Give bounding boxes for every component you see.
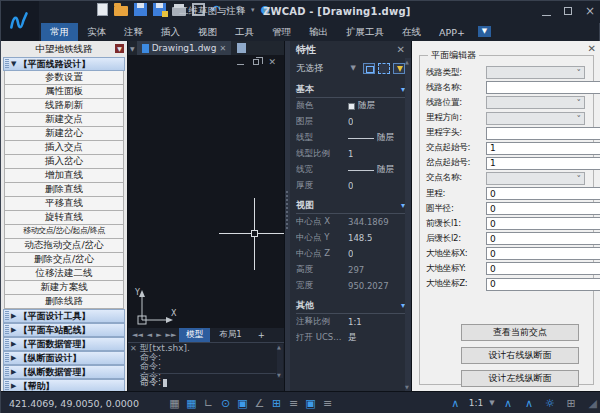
- command-window[interactable]: ✕ 型[txt.shx]. 命令: 命令: 命令: 命令:: [128, 342, 284, 391]
- group-profile-design[interactable]: ▶【纵断面设计】: [3, 351, 125, 365]
- tab-annotate[interactable]: 注释: [115, 23, 152, 41]
- dynamic-input-icon[interactable]: ⊞: [269, 396, 284, 411]
- auto-annotate-icon[interactable]: ∧: [522, 396, 537, 411]
- section-basic[interactable]: 基本▾: [296, 82, 405, 98]
- selection-dropdown-icon[interactable]: ▼: [351, 64, 356, 72]
- tab-online[interactable]: 在线: [393, 23, 430, 41]
- open-file-icon[interactable]: [114, 6, 128, 16]
- add-layout-button[interactable]: +: [251, 329, 272, 341]
- tab-home[interactable]: 常用: [41, 23, 78, 41]
- selection-dropdown[interactable]: 无选择: [296, 62, 323, 75]
- tab-view[interactable]: 视图: [189, 23, 226, 41]
- prop-ucs[interactable]: 打开 UCS...是: [296, 330, 405, 346]
- save-as-icon[interactable]: [153, 3, 166, 16]
- customize-icon[interactable]: ≡: [320, 396, 335, 411]
- snap-icon[interactable]: ▦: [184, 396, 199, 411]
- grid-icon[interactable]: ▦: [167, 396, 182, 411]
- design-left-profile-button[interactable]: 设计左线纵断面: [461, 370, 579, 387]
- prop-thickness[interactable]: 厚度0: [296, 178, 405, 194]
- group-plane-design-tools[interactable]: ▶【平面设计工具】: [3, 309, 125, 323]
- group-plane-line-design[interactable]: ▼【平面线路设计】: [3, 57, 125, 71]
- lineweight-icon[interactable]: ≡: [286, 396, 301, 411]
- osnap-icon[interactable]: ▣: [235, 396, 250, 411]
- circle-radius-input[interactable]: [486, 202, 600, 215]
- group-plane-data[interactable]: ▶【平面数据管理】: [3, 337, 125, 351]
- btn-new-intersection[interactable]: 新建交点: [4, 113, 124, 127]
- geo-x-input[interactable]: [486, 247, 600, 260]
- btn-new-scheme-line[interactable]: 新建方案线: [4, 281, 124, 295]
- tab-insert[interactable]: 插入: [152, 23, 189, 41]
- zwcad-logo-icon[interactable]: [1, 1, 39, 41]
- btn-line-refresh[interactable]: 线路刷新: [4, 99, 124, 113]
- prop-color[interactable]: 颜色随层: [296, 98, 405, 114]
- annotation-scale-icon[interactable]: ∧: [448, 396, 463, 411]
- prop-layer[interactable]: 图层0: [296, 114, 405, 130]
- geo-y-input[interactable]: [486, 262, 600, 275]
- btn-new-switch-center[interactable]: 新建岔心: [4, 127, 124, 141]
- command-scrollbar[interactable]: [277, 344, 283, 378]
- new-drawing-icon[interactable]: [237, 43, 246, 53]
- prop-center-x[interactable]: 中心点 X344.1869: [296, 214, 405, 230]
- switch-start-number-input[interactable]: [486, 157, 600, 170]
- btn-delete-line[interactable]: 删除直线: [4, 183, 124, 197]
- line-name-input[interactable]: [486, 81, 600, 94]
- btn-delete-points[interactable]: 删除交点/岔心: [4, 253, 124, 267]
- btn-parameter-settings[interactable]: 参数设置: [4, 71, 124, 85]
- quick-select-icon[interactable]: [393, 63, 405, 74]
- section-view[interactable]: 视图▾: [296, 198, 405, 214]
- btn-move-points[interactable]: 移动交点/岔心/起点/终点: [4, 225, 124, 239]
- btn-rotate-line[interactable]: 旋转直线: [4, 211, 124, 225]
- next-layout-icon[interactable]: ►: [155, 331, 162, 339]
- prop-width[interactable]: 宽度950.2027: [296, 278, 405, 294]
- btn-insert-intersection[interactable]: 插入交点: [4, 141, 124, 155]
- ip-name-select[interactable]: [486, 172, 585, 185]
- tab-close-icon[interactable]: ✕: [219, 44, 226, 53]
- line-position-select[interactable]: [486, 96, 585, 109]
- command-input[interactable]: 命令:: [140, 373, 276, 389]
- group-station-track[interactable]: ▶【平面车站配线】: [3, 323, 125, 337]
- tab-manage[interactable]: 管理: [263, 23, 300, 41]
- maximize-button[interactable]: [564, 7, 572, 15]
- ortho-icon[interactable]: ∟: [201, 396, 216, 411]
- otrack-icon[interactable]: ∠: [252, 396, 267, 411]
- doc-restore-button[interactable]: [253, 59, 259, 65]
- btn-translate-line[interactable]: 平移直线: [4, 197, 124, 211]
- prop-center-z[interactable]: 中心点 Z0: [296, 246, 405, 262]
- isolate-icon[interactable]: ▣: [303, 396, 318, 411]
- geo-z-input[interactable]: [486, 278, 600, 291]
- annotation-scale-value[interactable]: 1:1: [469, 398, 483, 408]
- drawing-canvas[interactable]: Y X: [128, 68, 284, 328]
- scale-dropdown-icon[interactable]: ▼: [489, 399, 494, 407]
- palette-menu-icon[interactable]: ▼: [115, 44, 124, 53]
- first-layout-icon[interactable]: ◄◄: [131, 331, 144, 339]
- section-other[interactable]: 其他▾: [296, 298, 405, 314]
- prop-linetype[interactable]: 线型随层: [296, 130, 405, 146]
- mileage-input[interactable]: [486, 187, 600, 200]
- btn-add-line[interactable]: 增加直线: [4, 169, 124, 183]
- settings-gear-icon[interactable]: ☼: [543, 396, 558, 411]
- tab-express-tools[interactable]: 扩展工具: [337, 23, 393, 41]
- doc-minimize-button[interactable]: [237, 64, 244, 65]
- command-close-icon[interactable]: ✕: [130, 344, 137, 353]
- tab-solid[interactable]: 实体: [78, 23, 115, 41]
- prev-layout-icon[interactable]: ◄: [146, 331, 153, 339]
- close-button[interactable]: ×: [585, 5, 595, 17]
- btn-drag-points[interactable]: 动态拖动交点/岔心: [4, 239, 124, 253]
- tab-overflow-icon[interactable]: ▼: [128, 45, 137, 52]
- mileage-prefix-input[interactable]: [486, 127, 600, 140]
- design-right-profile-button[interactable]: 设计右线纵断面: [461, 347, 579, 364]
- model-tab[interactable]: 模型: [179, 328, 210, 342]
- prop-annotation-scale[interactable]: 注释比例1:1: [296, 314, 405, 330]
- back-transition-input[interactable]: [486, 232, 600, 245]
- layout1-tab[interactable]: 布局1: [212, 328, 248, 342]
- save-icon[interactable]: [134, 3, 147, 16]
- drawing-tab[interactable]: Drawing1.dwg ✕: [137, 41, 232, 55]
- annotation-visibility-icon[interactable]: ∧: [501, 396, 516, 411]
- line-type-select[interactable]: [486, 66, 585, 79]
- view-current-ip-button[interactable]: 查看当前交点: [461, 324, 579, 341]
- group-profile-data[interactable]: ▶【纵断数据管理】: [3, 365, 125, 379]
- last-layout-icon[interactable]: ►►: [165, 331, 178, 339]
- ribbon-options-icon[interactable]: ▼: [478, 26, 491, 37]
- select-objects-icon[interactable]: [378, 63, 390, 74]
- polar-icon[interactable]: ⊙: [218, 396, 233, 411]
